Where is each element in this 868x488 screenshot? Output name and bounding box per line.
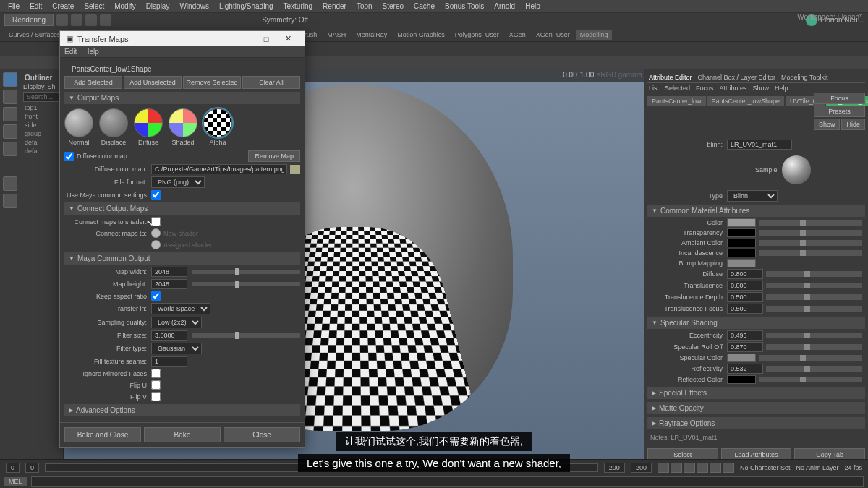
outliner-col[interactable]: Sh <box>48 83 56 90</box>
menu-arnold[interactable]: Arnold <box>489 2 520 10</box>
play-back-icon[interactable] <box>684 463 695 473</box>
map-alpha[interactable]: Alpha <box>203 108 232 146</box>
color-swatch[interactable] <box>727 218 756 227</box>
slider[interactable] <box>192 282 300 286</box>
toolbar-icon[interactable] <box>100 14 111 26</box>
toolbar-icon[interactable] <box>71 14 82 26</box>
focus-field[interactable] <box>727 304 763 314</box>
maya-common-checkbox[interactable] <box>151 190 161 200</box>
presets-button[interactable]: Presets <box>814 106 865 117</box>
shelf-tab[interactable]: MentalRay <box>352 30 391 40</box>
tab-channel-box[interactable]: Channel Box / Layer Editor <box>698 74 776 81</box>
load-attrs-button[interactable]: Load Attributes <box>721 448 792 459</box>
menu-edit[interactable]: Edit <box>25 2 47 10</box>
slider[interactable] <box>759 230 862 236</box>
slider[interactable] <box>192 333 300 338</box>
command-input[interactable] <box>31 476 864 487</box>
toolbar-icon[interactable] <box>85 14 97 26</box>
shelf-tab[interactable]: Motion Graphics <box>393 30 449 40</box>
blinn-name-field[interactable] <box>727 140 792 150</box>
section-common-material[interactable]: Common Material Attributes <box>647 205 865 217</box>
outliner-item[interactable]: defa <box>23 147 60 155</box>
hide-button[interactable]: Hide <box>841 119 865 130</box>
add-selected-button[interactable]: Add Selected <box>64 76 122 89</box>
seams-field[interactable] <box>151 356 187 367</box>
tab-modeling[interactable]: Modeling Toolkit <box>781 74 827 81</box>
slider[interactable] <box>759 377 862 382</box>
outliner-col[interactable]: Display <box>23 83 45 90</box>
animlayer-dropdown[interactable]: No Anim Layer <box>796 464 838 471</box>
color-swatch[interactable] <box>727 239 756 247</box>
menu-toon[interactable]: Toon <box>352 2 378 10</box>
bc-item[interactable]: PantsCenter_lowShape <box>707 96 785 106</box>
diffuse-map-checkbox[interactable] <box>64 152 74 161</box>
shelf-tab[interactable]: Curves / Surfaces <box>4 30 65 40</box>
minimize-button[interactable]: — <box>234 35 255 43</box>
menu-texturing[interactable]: Texturing <box>278 2 318 10</box>
attr-menu[interactable]: Show <box>753 85 770 92</box>
menu-lighting[interactable]: Lighting/Shading <box>214 2 278 10</box>
map-displace[interactable]: Displace <box>99 108 128 146</box>
menu-create[interactable]: Create <box>47 2 79 10</box>
copy-tab-button[interactable]: Copy Tab <box>794 448 865 459</box>
close-button[interactable]: Close <box>224 427 300 442</box>
focus-button[interactable]: Focus <box>814 93 865 104</box>
menu-help[interactable]: Help <box>520 2 545 10</box>
trans-field[interactable] <box>727 281 763 291</box>
rotate-tool[interactable] <box>3 124 17 139</box>
menu-render[interactable]: Render <box>318 2 352 10</box>
color-swatch[interactable] <box>727 375 756 384</box>
mel-label[interactable]: MEL <box>4 477 27 486</box>
slider[interactable] <box>192 270 300 274</box>
flipv-checkbox[interactable] <box>151 392 161 401</box>
depth-field[interactable] <box>727 292 763 302</box>
play-forward-icon[interactable] <box>697 463 708 473</box>
close-button[interactable]: ✕ <box>277 34 299 43</box>
bc-item[interactable]: PantsCenter_low <box>647 96 706 106</box>
play-start[interactable]: 0 <box>25 463 39 473</box>
rewind-icon[interactable] <box>658 463 669 473</box>
menu-windows[interactable]: Windows <box>174 2 214 10</box>
step-back-icon[interactable] <box>671 463 682 473</box>
section-connect-maps[interactable]: Connect Output Maps <box>64 202 300 215</box>
slider[interactable] <box>759 250 862 256</box>
slider[interactable] <box>759 220 862 226</box>
shelf-tab[interactable]: XGen <box>505 30 530 40</box>
map-normal[interactable]: Normal <box>64 108 93 146</box>
color-swatch[interactable] <box>727 228 756 237</box>
attr-menu[interactable]: Focus <box>696 85 714 92</box>
sampling-dropdown[interactable]: Low (2x2) <box>151 317 202 328</box>
slider[interactable] <box>766 366 862 372</box>
workspace-label[interactable]: Workspace: Florian* <box>797 13 862 21</box>
ignore-checkbox[interactable] <box>151 369 161 378</box>
attr-menu[interactable]: Selected <box>665 85 690 92</box>
transfer-dropdown[interactable]: World Space <box>151 303 210 314</box>
diffuse-field[interactable] <box>727 269 763 279</box>
charset-dropdown[interactable]: No Character Set <box>740 464 791 471</box>
slider[interactable] <box>766 271 862 277</box>
slider[interactable] <box>766 294 862 300</box>
menu-select[interactable]: Select <box>79 2 109 10</box>
dialog-titlebar[interactable]: ▣ Transfer Maps — □ ✕ <box>60 31 305 46</box>
vp-gamma[interactable]: sRGB gamma <box>597 71 642 81</box>
attr-menu[interactable]: List <box>649 85 659 92</box>
menu-file[interactable]: File <box>3 2 25 10</box>
attr-menu[interactable]: Help <box>775 85 788 92</box>
color-swatch[interactable] <box>727 354 756 362</box>
add-unselected-button[interactable]: Add Unselected <box>124 76 182 89</box>
toolbar-icon[interactable] <box>56 14 68 26</box>
filter-type-dropdown[interactable]: Gaussian <box>151 343 202 354</box>
select-tool[interactable] <box>3 72 17 87</box>
section-advanced[interactable]: Advanced Options <box>64 404 300 416</box>
target-shape-name[interactable]: PantsCenter_low1Shape <box>64 65 300 73</box>
bake-close-button[interactable]: Bake and Close <box>64 427 141 442</box>
scale-tool[interactable] <box>3 142 17 156</box>
step-forward-icon[interactable] <box>710 463 721 473</box>
range-start[interactable]: 0 <box>6 463 20 473</box>
symmetry-label[interactable]: Symmetry: Off <box>262 16 308 24</box>
attr-menu[interactable]: Attributes <box>720 85 747 92</box>
type-dropdown[interactable]: Blinn <box>727 190 778 202</box>
outliner-search[interactable] <box>23 92 60 102</box>
remove-selected-button[interactable]: Remove Selected <box>183 76 241 89</box>
menu-modify[interactable]: Modify <box>109 2 140 10</box>
